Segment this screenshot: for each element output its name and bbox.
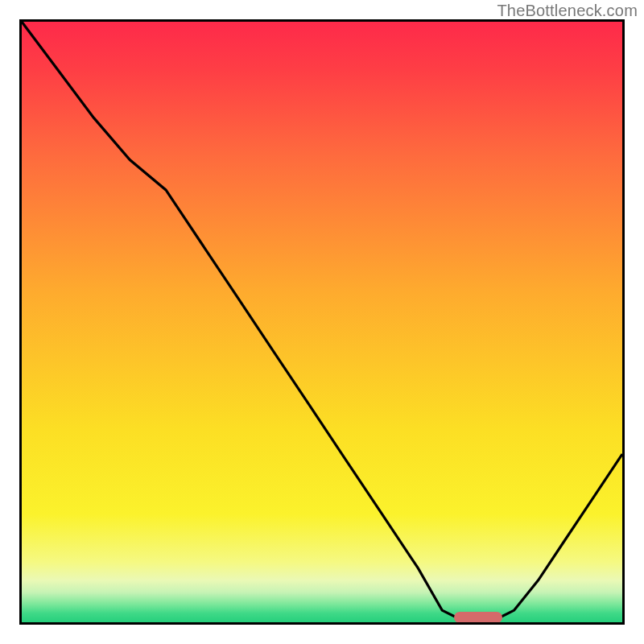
plot-area: [19, 19, 625, 625]
curve-svg: [22, 22, 622, 622]
optimal-range-marker: [454, 612, 502, 623]
figure-root: TheBottleneck.com: [0, 0, 644, 644]
watermark-text: TheBottleneck.com: [497, 2, 638, 20]
bottleneck-curve-path: [22, 22, 622, 622]
